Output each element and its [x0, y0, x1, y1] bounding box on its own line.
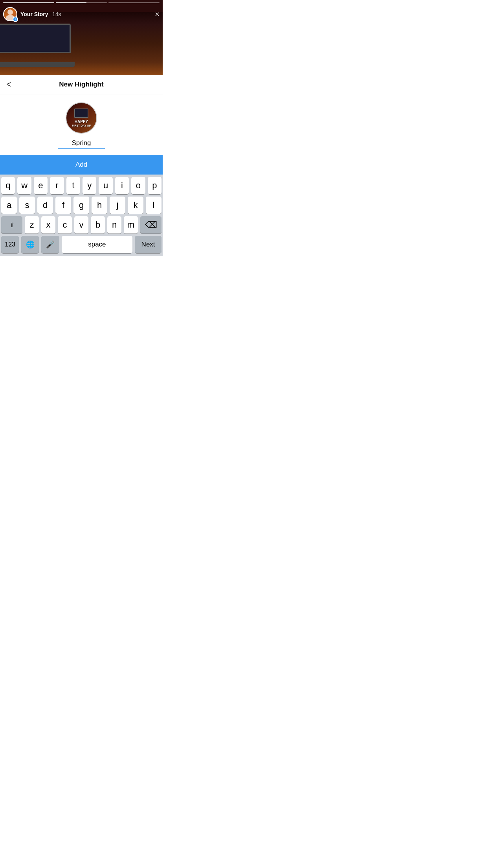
highlight-thumbnail[interactable]: HAPPY FIRST DAY OF	[66, 102, 97, 134]
key-x[interactable]: x	[41, 216, 55, 234]
keyboard-row-3: ⇧ z x c v b n m ⌫	[0, 214, 163, 234]
story-image	[0, 12, 163, 75]
key-e[interactable]: e	[34, 177, 48, 194]
story-duration: 14s	[52, 11, 61, 17]
shift-key[interactable]: ⇧	[1, 216, 22, 234]
key-z[interactable]: z	[25, 216, 39, 234]
progress-bar-2	[56, 2, 107, 3]
key-j[interactable]: j	[110, 197, 125, 214]
key-v[interactable]: v	[74, 216, 88, 234]
key-q[interactable]: q	[1, 177, 15, 194]
keyboard-row-2: a s d f g h j k l	[0, 194, 163, 214]
progress-bar-1	[3, 2, 54, 3]
highlight-thumb-text: HAPPY FIRST DAY OF	[72, 120, 91, 127]
progress-bar-3	[108, 2, 160, 3]
key-w[interactable]: w	[17, 177, 31, 194]
story-title: Your Story	[20, 11, 48, 17]
key-d[interactable]: d	[37, 197, 53, 214]
avatar-plus-icon: +	[13, 17, 18, 22]
key-b[interactable]: b	[91, 216, 105, 234]
keyboard: q w e r t y u i o p a s d f g h j k l ⇧ …	[0, 175, 163, 256]
next-key[interactable]: Next	[135, 236, 161, 253]
key-m[interactable]: m	[124, 216, 138, 234]
laptop-mini-icon	[74, 108, 88, 118]
key-n[interactable]: n	[107, 216, 121, 234]
new-highlight-bar: < New Highlight	[0, 75, 163, 94]
key-k[interactable]: k	[128, 197, 143, 214]
microphone-key[interactable]: 🎤	[41, 236, 59, 253]
delete-key[interactable]: ⌫	[140, 216, 161, 234]
key-u[interactable]: u	[99, 177, 112, 194]
keyboard-row-1: q w e r t y u i o p	[0, 175, 163, 194]
close-button[interactable]: ×	[155, 10, 160, 19]
progress-bars	[3, 2, 160, 3]
space-key[interactable]: space	[62, 236, 133, 253]
key-i[interactable]: i	[115, 177, 129, 194]
highlight-thumb-inner: HAPPY FIRST DAY OF	[72, 108, 91, 127]
key-h[interactable]: h	[92, 197, 107, 214]
page-title: New Highlight	[59, 81, 103, 88]
story-user[interactable]: + Your Story 14s	[3, 7, 61, 21]
key-p[interactable]: p	[148, 177, 161, 194]
avatar-container: +	[3, 7, 17, 21]
highlight-content: HAPPY FIRST DAY OF	[0, 94, 163, 155]
add-button-label: Add	[75, 161, 87, 169]
key-g[interactable]: g	[73, 197, 89, 214]
keyboard-bottom-row: 123 🌐 🎤 space Next	[0, 234, 163, 256]
laptop-graphic	[0, 24, 86, 67]
laptop-base	[0, 62, 75, 67]
story-header: + Your Story 14s ×	[3, 7, 160, 21]
key-c[interactable]: c	[58, 216, 72, 234]
key-t[interactable]: t	[66, 177, 80, 194]
key-s[interactable]: s	[19, 197, 35, 214]
key-l[interactable]: l	[146, 197, 161, 214]
story-section: + Your Story 14s ×	[0, 0, 163, 75]
globe-key[interactable]: 🌐	[21, 236, 39, 253]
laptop-screen	[0, 24, 71, 53]
key-a[interactable]: a	[1, 197, 17, 214]
key-o[interactable]: o	[131, 177, 145, 194]
highlight-name-input[interactable]	[58, 139, 105, 149]
key-r[interactable]: r	[50, 177, 64, 194]
key-f[interactable]: f	[55, 197, 71, 214]
add-button[interactable]: Add	[0, 155, 163, 175]
key-y[interactable]: y	[83, 177, 96, 194]
back-button[interactable]: <	[6, 79, 11, 90]
numbers-key[interactable]: 123	[1, 236, 19, 253]
